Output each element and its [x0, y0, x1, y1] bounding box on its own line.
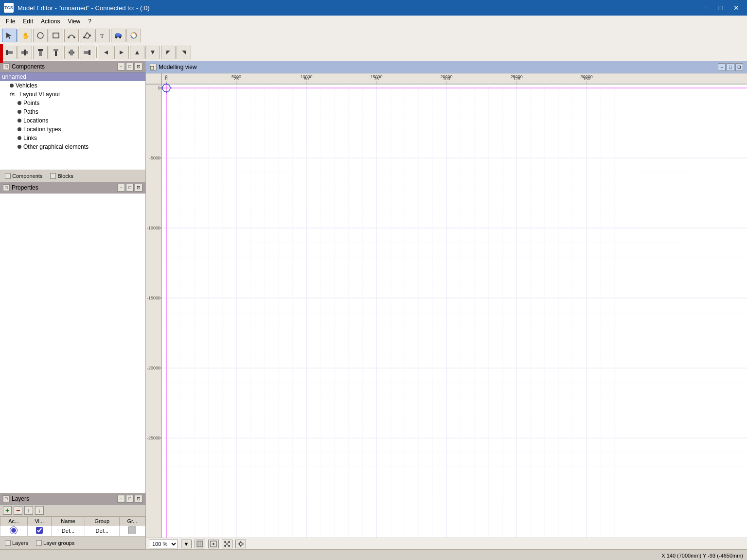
view-restore-btn[interactable]: □ [727, 63, 734, 71]
layers-detach-btn[interactable]: ⊡ [135, 495, 142, 503]
tree-dot-locations [18, 119, 21, 122]
tab-blocks-label: Blocks [57, 173, 73, 179]
svg-rect-21 [53, 49, 58, 51]
vehicle-tool-button[interactable] [111, 29, 125, 42]
close-button[interactable]: ✕ [729, 3, 743, 13]
components-panel-icon: □ [3, 63, 10, 70]
svg-rect-22 [55, 51, 57, 56]
zoom-select[interactable]: 25 % 50 % 75 % 100 % 150 % 200 % [149, 540, 178, 548]
arrow-down-button[interactable] [145, 46, 160, 59]
svg-marker-27 [104, 51, 108, 54]
layers-table: Ac... Vi... Name Group Gr... Def... De [0, 517, 145, 537]
tab-layers-icon [5, 540, 11, 546]
circle-tool-button[interactable] [33, 29, 48, 42]
modelling-canvas[interactable] [146, 73, 747, 538]
grid-toggle-btn[interactable] [195, 540, 205, 548]
align-center-h-button[interactable] [18, 46, 32, 59]
svg-rect-10 [116, 33, 120, 35]
tree-item-paths[interactable]: Paths [16, 107, 145, 116]
svg-rect-19 [38, 49, 43, 51]
snap-points-btn[interactable] [222, 540, 232, 548]
modelling-view-title: Modelling view [159, 64, 197, 70]
svg-rect-15 [6, 50, 8, 55]
col-name: Name [52, 517, 85, 525]
components-restore-btn[interactable]: □ [126, 63, 134, 70]
col-active: Ac... [0, 517, 28, 525]
rect-tool-button[interactable] [49, 29, 63, 42]
pan-tool-button[interactable]: ✋ [18, 29, 32, 42]
remove-layer-button[interactable]: − [14, 506, 22, 515]
view-minimize-btn[interactable]: − [718, 63, 726, 71]
tree-item-location-types[interactable]: Location types [16, 125, 145, 134]
tree-item-layout[interactable]: 🗺 Layout VLayout [8, 90, 145, 99]
components-detach-btn[interactable]: ⊡ [135, 63, 142, 70]
snap-grid-btn[interactable] [208, 540, 219, 548]
layers-minimize-btn[interactable]: − [117, 495, 125, 503]
settings-btn[interactable] [235, 540, 246, 548]
polygon-tool-button[interactable] [80, 29, 94, 42]
arrow-dl-button[interactable] [161, 46, 176, 59]
layer-active-radio[interactable] [10, 526, 18, 534]
menu-file[interactable]: File [2, 17, 19, 26]
layer-visible-checkbox[interactable] [36, 527, 43, 534]
left-panel: □ Components − □ ⊡ unnamed Vehicles [0, 61, 146, 549]
svg-marker-30 [151, 51, 155, 54]
move-layer-down-button[interactable]: ↓ [35, 506, 44, 515]
path-tool-button[interactable] [64, 29, 79, 42]
tree-item-vehicles[interactable]: Vehicles [8, 81, 145, 90]
arrow-up-button[interactable] [130, 46, 144, 59]
align-right-button[interactable] [80, 46, 94, 59]
properties-restore-btn[interactable]: □ [126, 184, 134, 192]
align-top-button[interactable] [49, 46, 63, 59]
tab-layers[interactable]: Layers [3, 539, 30, 547]
properties-panel: □ Properties − □ ⊡ [0, 182, 145, 493]
components-minimize-btn[interactable]: − [117, 63, 125, 70]
tree-dot-location-types [18, 127, 21, 131]
menu-actions[interactable]: Actions [37, 17, 64, 26]
move-layer-up-button[interactable]: ↑ [24, 506, 33, 515]
main-toolbar: ✋ T [0, 27, 747, 44]
tab-layer-groups[interactable]: Layer groups [34, 539, 76, 547]
color-tool-button[interactable] [126, 29, 141, 42]
canvas-container[interactable] [146, 73, 747, 538]
properties-detach-btn[interactable]: ⊡ [135, 184, 142, 192]
status-coordinates: X 140 (7000mm) Y -93 (-4650mm) [661, 553, 743, 559]
arrow-dr-button[interactable] [177, 46, 191, 59]
menu-view[interactable]: View [64, 17, 84, 26]
tree-label-locations: Locations [23, 117, 48, 124]
layers-restore-btn[interactable]: □ [126, 495, 134, 503]
select-tool-button[interactable] [2, 29, 17, 42]
align-middle-button[interactable] [33, 46, 48, 59]
arrow-right-button[interactable] [114, 46, 129, 59]
tree-item-links[interactable]: Links [16, 134, 145, 142]
tree-item-locations[interactable]: Locations [16, 116, 145, 125]
tree-item-points[interactable]: Points [16, 99, 145, 107]
svg-point-5 [73, 36, 75, 38]
components-panel-header: □ Components − □ ⊡ [0, 61, 145, 72]
tab-components[interactable]: Components [3, 172, 44, 180]
align-left-button[interactable] [2, 46, 17, 59]
components-panel-title: Components [12, 63, 45, 70]
align-center-v-button[interactable] [64, 46, 79, 59]
type-tool-button[interactable]: T [95, 29, 110, 42]
svg-point-42 [228, 541, 230, 543]
menu-help[interactable]: ? [84, 17, 95, 26]
layers-toolbar: + − ↑ ↓ [0, 505, 145, 517]
svg-point-7 [89, 35, 91, 36]
zoom-down-btn[interactable]: ▼ [181, 540, 192, 548]
maximize-button[interactable]: □ [714, 3, 728, 13]
arrow-left-button[interactable] [99, 46, 113, 59]
components-panel: □ Components − □ ⊡ unnamed Vehicles [0, 61, 145, 182]
menu-edit[interactable]: Edit [19, 17, 37, 26]
tree-dot-points [18, 101, 21, 105]
tree-item-unnamed[interactable]: unnamed [0, 72, 145, 81]
tab-blocks[interactable]: Blocks [48, 172, 75, 180]
properties-minimize-btn[interactable]: − [117, 184, 125, 192]
svg-rect-26 [84, 51, 89, 54]
col-gr: Gr... [119, 517, 145, 525]
minimize-button[interactable]: − [698, 3, 712, 13]
tree-item-other-graphical[interactable]: Other graphical elements [16, 142, 145, 151]
tree-label-location-types: Location types [23, 126, 61, 133]
view-detach-btn[interactable]: ⊡ [735, 63, 743, 71]
add-layer-button[interactable]: + [3, 506, 12, 515]
